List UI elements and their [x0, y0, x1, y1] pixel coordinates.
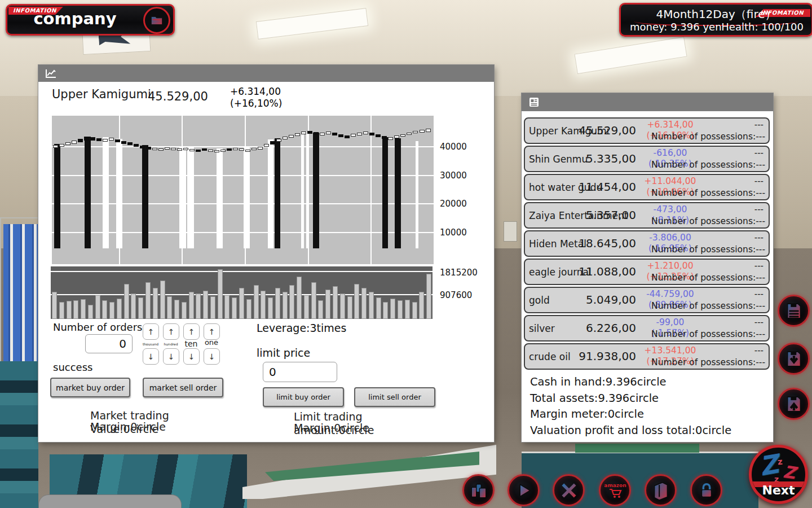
stock-row[interactable]: Hiden Metal 18.645,00 -3.806,00 (-16,95%… [524, 230, 770, 257]
sleep-z-icon: z [777, 457, 783, 467]
stock-row[interactable]: Upper Kamigumi 45.529,00 +6.314,00 (+16,… [524, 117, 770, 144]
orders-up-one-button[interactable]: ↑ [204, 323, 220, 340]
candle [103, 139, 108, 142]
success-label: success [53, 361, 92, 373]
candle [127, 142, 133, 145]
limit-price-input[interactable] [263, 362, 337, 382]
stock-possessions: Number of possessions:--- [651, 160, 765, 170]
stock-row[interactable]: Shin Genmu 5.335,00 -616,00 (-10,35%) --… [524, 146, 770, 172]
dropbar [382, 137, 388, 248]
play-icon[interactable] [508, 474, 540, 506]
stock-dashes: --- [754, 317, 764, 327]
vgrid [370, 116, 372, 264]
vbar [196, 294, 201, 319]
desks-left [0, 361, 38, 508]
health-value: Health: 100/100 [721, 21, 804, 33]
candle [53, 145, 58, 148]
stock-list: Upper Kamigumi 45.529,00 +6.314,00 (+16,… [524, 117, 770, 371]
desk-mat-green [575, 444, 699, 453]
vbar [412, 302, 417, 319]
stock-possessions: Number of possessions:--- [651, 188, 765, 198]
candle [196, 150, 201, 152]
dropbar [313, 133, 319, 248]
stock-dashes: --- [754, 233, 764, 243]
next-button[interactable]: Z Z z z Next [749, 445, 808, 504]
candle [420, 130, 425, 133]
bottom-left-panel[interactable] [38, 494, 182, 508]
next-button-label: Next [752, 483, 805, 497]
data-chart-icon[interactable] [778, 295, 810, 327]
stock-row[interactable]: gold 5.049,00 -44.759,00 (-89,86%) --- N… [524, 287, 770, 313]
orders-down-thousand-button[interactable]: ↓ [143, 348, 159, 365]
book-icon[interactable] [645, 474, 677, 506]
candle [189, 149, 195, 151]
vbar [232, 297, 237, 319]
status-bar: INFOMATION 4Month12Day（fire） money: 9.39… [619, 3, 812, 37]
candle [165, 147, 170, 150]
candle [314, 132, 319, 135]
limit-sell-order-button[interactable]: limit sell order [354, 387, 435, 407]
dropbar [54, 144, 60, 248]
stock-row[interactable]: eagle journal 11.088,00 +1.210,00 (+12,2… [524, 259, 770, 285]
limit-buy-order-button[interactable]: limit buy order [263, 387, 344, 407]
orders-input[interactable] [85, 334, 133, 353]
stock-possessions: Number of possessions:--- [651, 301, 765, 311]
candle [382, 136, 387, 139]
stock-change: +6.314,00 [638, 120, 703, 130]
group-icon[interactable] [462, 474, 495, 506]
y-axis-tick: 30000 [440, 170, 467, 181]
news-list-icon [529, 97, 539, 107]
orders-up-thousand-button[interactable]: ↑ [143, 323, 159, 340]
vbar [347, 296, 352, 319]
orders-down-one-button[interactable]: ↓ [204, 348, 220, 365]
stock-price: 11.454,00 [556, 180, 636, 194]
money-value: money: 9.396 yen [630, 21, 722, 33]
candle [307, 131, 312, 134]
vbar [361, 288, 367, 319]
load-upload-icon[interactable] [778, 388, 810, 420]
vbar [289, 285, 294, 319]
summary-line: Margin meter:0circle [530, 406, 731, 423]
save-download-icon[interactable] [778, 343, 810, 375]
chart-window-titlebar[interactable] [38, 65, 494, 82]
candle [233, 148, 238, 150]
candle [426, 129, 431, 132]
folder-icon [149, 13, 164, 28]
stock-price: 11.088,00 [556, 265, 636, 278]
market-sell-order-button[interactable]: market sell order [143, 378, 223, 397]
stock-panel-titlebar[interactable] [522, 93, 773, 111]
candle [177, 148, 182, 151]
lock-icon[interactable] [690, 474, 722, 506]
orders-down-ten-button[interactable]: ↓ [183, 348, 200, 365]
vbar [145, 282, 151, 319]
dropbar [244, 147, 250, 248]
stock-row[interactable]: crude oil 91.938,00 +13.541,00 (+17,27%)… [524, 343, 770, 370]
amazon-cart-icon[interactable]: amazon [599, 474, 631, 506]
orders-up-hundred-button[interactable]: ↑ [163, 323, 179, 340]
dropbar [275, 138, 280, 248]
market-buy-order-button[interactable]: market buy order [50, 378, 130, 397]
orders-down-hundred-button[interactable]: ↓ [163, 348, 179, 365]
candle [115, 139, 120, 142]
stock-change: +1.210,00 [638, 261, 703, 271]
stock-dashes: --- [754, 120, 764, 130]
company-folder-icon[interactable] [143, 7, 170, 34]
volume-axis-tick: 1815200 [440, 268, 478, 278]
dropbar [301, 132, 304, 248]
stock-possessions: Number of possessions:--- [651, 244, 765, 255]
vbar [304, 295, 309, 319]
hgrid [52, 203, 434, 204]
stock-possessions: Number of possessions:--- [651, 357, 765, 367]
stock-row[interactable]: hot water gudu 11.454,00 +11.044,00 (+10… [524, 174, 770, 200]
stock-row[interactable]: silver 6.226,00 -99,00 (-1,57%) --- Numb… [524, 315, 770, 341]
candle [413, 131, 418, 133]
stock-row[interactable]: Zaiya Entertainment 5.357,00 -473,00 (-8… [524, 202, 770, 229]
stock-change: +11.044,00 [638, 176, 703, 186]
vbar [210, 296, 215, 319]
orders-up-ten-button[interactable]: ↑ [183, 323, 200, 340]
stock-change: +13.541,00 [638, 345, 703, 356]
company-info-bar[interactable]: INFOMATION company [6, 4, 175, 36]
stock-name: silver [529, 323, 555, 334]
stepper-label-thousand: thousand [139, 342, 162, 346]
x-icon[interactable] [553, 474, 585, 506]
